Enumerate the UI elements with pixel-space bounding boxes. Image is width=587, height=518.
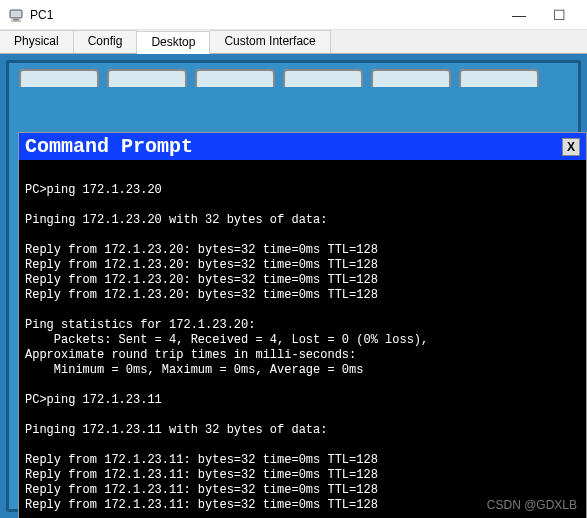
desktop-area: Command Prompt X PC>ping 172.1.23.20 Pin… [0, 54, 587, 518]
tab-config[interactable]: Config [74, 30, 138, 53]
svg-rect-1 [13, 19, 19, 21]
desktop-app-icon[interactable] [107, 69, 187, 87]
desktop-icon-row [13, 67, 574, 87]
desktop-app-icon[interactable] [195, 69, 275, 87]
minimize-button[interactable]: — [499, 1, 539, 29]
watermark: CSDN @GDXLB [487, 498, 577, 512]
window-title: PC1 [30, 8, 499, 22]
command-prompt-title: Command Prompt [25, 135, 562, 158]
app-icon [8, 7, 24, 23]
desktop-app-icon[interactable] [283, 69, 363, 87]
tab-custom-interface[interactable]: Custom Interface [210, 30, 330, 53]
desktop-app-icon[interactable] [371, 69, 451, 87]
close-icon[interactable]: X [562, 138, 580, 156]
svg-rect-0 [10, 10, 22, 18]
tab-bar: Physical Config Desktop Custom Interface [0, 30, 587, 54]
terminal-output[interactable]: PC>ping 172.1.23.20 Pinging 172.1.23.20 … [19, 160, 586, 518]
desktop-app-icon[interactable] [19, 69, 99, 87]
command-prompt-window: Command Prompt X PC>ping 172.1.23.20 Pin… [18, 132, 587, 518]
tab-physical[interactable]: Physical [0, 30, 74, 53]
desktop-app-icon[interactable] [459, 69, 539, 87]
svg-rect-2 [11, 20, 21, 21]
tab-desktop[interactable]: Desktop [137, 31, 210, 54]
maximize-button[interactable]: ☐ [539, 1, 579, 29]
window-titlebar: PC1 — ☐ [0, 0, 587, 30]
command-prompt-titlebar[interactable]: Command Prompt X [19, 133, 586, 160]
